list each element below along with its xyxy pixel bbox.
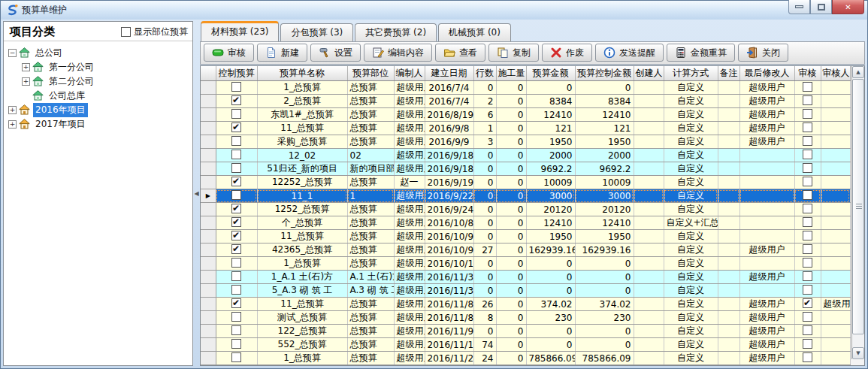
control-budget-checkbox[interactable]: [231, 204, 241, 213]
cell-part[interactable]: 总预算: [347, 176, 394, 189]
column-header-编制人[interactable]: 编制人: [394, 66, 425, 81]
cell-name[interactable]: 5_A.3 砌 筑 工: [257, 284, 347, 298]
cell-note[interactable]: [718, 162, 739, 176]
cell-author[interactable]: 超级用户: [394, 108, 425, 122]
cell-rows[interactable]: 2: [473, 95, 496, 108]
audited-checkbox[interactable]: [803, 109, 812, 119]
cell-auditor[interactable]: [821, 311, 850, 325]
cell-rows[interactable]: 3: [473, 135, 496, 149]
cell-last_mod[interactable]: 超级用户: [739, 325, 794, 338]
cell-calc[interactable]: 自定义: [664, 311, 718, 325]
cell-qty[interactable]: 0: [496, 162, 526, 176]
tree-node-第一分公司[interactable]: + 第一分公司: [4, 60, 192, 74]
cell-name[interactable]: 11_1: [257, 189, 347, 203]
control-budget-checkbox[interactable]: [231, 325, 241, 335]
cell-name[interactable]: 东凯1#_总预算: [257, 108, 347, 122]
cell-last_mod[interactable]: [739, 162, 794, 176]
tree-node-总公司[interactable]: − 总公司: [4, 46, 192, 60]
cell-author[interactable]: 超级用户: [394, 203, 425, 216]
audited-checkbox[interactable]: [803, 150, 812, 159]
cell-calc[interactable]: 自定义: [664, 135, 718, 149]
cell-author[interactable]: 超级用户: [394, 95, 425, 108]
control-budget-checkbox[interactable]: [231, 109, 241, 119]
cell-note[interactable]: [718, 203, 739, 216]
cell-creator[interactable]: [634, 216, 664, 230]
cell-auditor[interactable]: [821, 284, 850, 298]
cell-name[interactable]: 1_A.1 土(石)方: [257, 271, 347, 284]
table-row[interactable]: 1252_总预算总预算超级用户2016/9/24002012020120自定义: [201, 203, 850, 216]
tree-node-label[interactable]: 总公司: [33, 46, 65, 60]
audited-checkbox[interactable]: [803, 122, 812, 132]
column-header-创建人[interactable]: 创建人: [634, 66, 664, 81]
cell-part[interactable]: 1: [347, 189, 394, 203]
编辑内容-button[interactable]: 编辑内容: [364, 44, 432, 62]
control-budget-checkbox[interactable]: [231, 352, 241, 362]
cell-amount[interactable]: 785866.09: [526, 352, 575, 365]
table-row[interactable]: 12252_总预算总预算赵一2016/9/19001000910009自定义: [201, 176, 850, 189]
cell-ctrl_amount[interactable]: 12410: [575, 216, 634, 230]
cell-rows[interactable]: 0: [473, 81, 496, 95]
cell-name[interactable]: 测试_总预算: [257, 311, 347, 325]
audited-checkbox[interactable]: [803, 231, 812, 240]
复制-button[interactable]: 复制: [488, 44, 539, 62]
cell-amount[interactable]: 1950: [526, 230, 575, 243]
cell-name[interactable]: 1_总预算: [257, 257, 347, 271]
column-header-预算单名称[interactable]: 预算单名称: [257, 66, 347, 81]
cell-note[interactable]: [718, 135, 739, 149]
发送提醒-button[interactable]: 发送提醒: [595, 44, 664, 62]
table-row[interactable]: 42365_总预算总预算超级用户2016/10/9270162939.16162…: [201, 243, 850, 257]
column-header-预算控制金额[interactable]: 预算控制金额: [575, 66, 634, 81]
cell-author[interactable]: 超级用户: [394, 284, 425, 298]
cell-rows[interactable]: 1: [473, 122, 496, 135]
audited-checkbox[interactable]: [803, 177, 812, 186]
cell-date[interactable]: 2016/9/8: [425, 122, 473, 135]
cell-qty[interactable]: 0: [496, 338, 526, 352]
table-row[interactable]: 测试_总预算总预算超级用户2016/11/880230230自定义超级用户: [201, 311, 850, 325]
cell-ctrl_amount[interactable]: 1950: [575, 135, 634, 149]
cell-amount[interactable]: 0: [526, 81, 575, 95]
cell-part[interactable]: 总预算: [347, 230, 394, 243]
scroll-thumb[interactable]: [852, 79, 864, 334]
cell-rows[interactable]: 0: [473, 189, 496, 203]
cell-author[interactable]: 超级用户: [394, 352, 425, 365]
cell-date[interactable]: 2016/7/4: [425, 81, 473, 95]
cell-part[interactable]: 总预算: [347, 338, 394, 352]
cell-date[interactable]: 2016/11/8: [425, 298, 473, 311]
cell-amount[interactable]: 0: [526, 338, 575, 352]
cell-ctrl_amount[interactable]: 374.02: [575, 298, 634, 311]
tab-其它费预算[interactable]: 其它费预算 (2): [355, 23, 437, 41]
show-part-budget-checkbox[interactable]: [121, 27, 131, 37]
cell-part[interactable]: 新的项目部位: [347, 162, 394, 176]
cell-ctrl_amount[interactable]: 162939.16: [575, 243, 634, 257]
audited-checkbox[interactable]: [803, 298, 812, 308]
cell-name[interactable]: 12252_总预算: [257, 176, 347, 189]
cell-auditor[interactable]: [821, 135, 850, 149]
column-header-控制预算[interactable]: 控制预算: [216, 66, 257, 81]
cell-calc[interactable]: 自定义: [664, 271, 718, 284]
audited-checkbox[interactable]: [803, 136, 812, 146]
cell-rows[interactable]: 27: [473, 243, 496, 257]
cell-amount[interactable]: 9692.2: [526, 162, 575, 176]
cell-last_mod[interactable]: [739, 189, 794, 203]
cell-calc[interactable]: 自定义: [664, 81, 718, 95]
tab-机械预算[interactable]: 机械预算 (0): [438, 23, 511, 41]
cell-rows[interactable]: 74: [473, 338, 496, 352]
cell-amount[interactable]: 0: [526, 271, 575, 284]
cell-last_mod[interactable]: 超级用户: [739, 135, 794, 149]
cell-part[interactable]: 总预算: [347, 95, 394, 108]
panel-splitter[interactable]: ◀: [193, 21, 200, 367]
column-header-建立日期[interactable]: 建立日期: [425, 66, 473, 81]
cell-ctrl_amount[interactable]: 9692.2: [575, 162, 634, 176]
audited-checkbox[interactable]: [803, 217, 812, 227]
cell-ctrl_amount[interactable]: 121: [575, 122, 634, 135]
cell-auditor[interactable]: [821, 271, 850, 284]
cell-creator[interactable]: [634, 108, 664, 122]
cell-creator[interactable]: [634, 352, 664, 365]
audited-checkbox[interactable]: [803, 95, 812, 105]
cell-date[interactable]: 2016/10/8: [425, 216, 473, 230]
cell-amount[interactable]: 1950: [526, 135, 575, 149]
cell-part[interactable]: 总预算: [347, 81, 394, 95]
audited-checkbox[interactable]: [803, 258, 812, 268]
cell-creator[interactable]: [634, 135, 664, 149]
cell-calc[interactable]: 自定义: [664, 189, 718, 203]
